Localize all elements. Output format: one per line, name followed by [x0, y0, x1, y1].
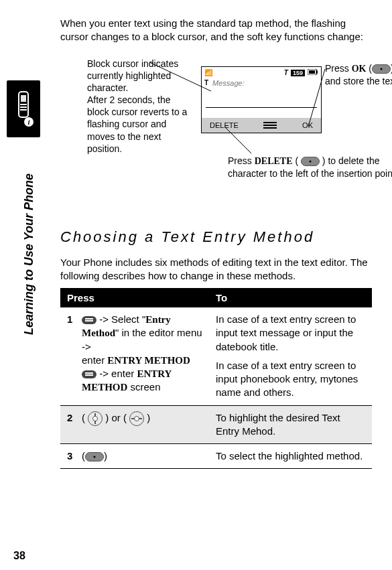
t: -> Select " — [96, 313, 145, 325]
instruction-table: Press To 1 -> Select "Entry Method" in t… — [60, 288, 372, 469]
press-cell: -> Select "Entry Method" in the editor m… — [75, 307, 209, 405]
th-to: To — [209, 288, 372, 307]
phone-screen: 📶 T 159 T Message: DELETE OK — [201, 66, 322, 133]
to-text-2: In case of a text entry screen to input … — [216, 359, 365, 400]
battery-icon — [308, 69, 318, 76]
t: or — [109, 412, 123, 423]
t: screen — [127, 381, 160, 393]
text-line — [206, 107, 317, 108]
to-cell: In case of a text entry screen to input … — [209, 307, 372, 405]
to-cell: To highlight the desired Text Entry Meho… — [209, 405, 372, 444]
step-number: 2 — [60, 405, 75, 444]
table-row: 1 -> Select "Entry Method" in the editor… — [60, 307, 372, 405]
press-cell: ( ) or ( ) — [75, 405, 209, 444]
softkey-icon — [301, 157, 320, 166]
svg-rect-8 — [316, 70, 318, 74]
menu-key-icon — [82, 370, 96, 378]
callout-delete-prefix: Press — [228, 155, 255, 166]
to-text-1: In case of a text entry screen to input … — [216, 313, 365, 354]
t: enter — [82, 354, 107, 366]
nav-up-down-icon — [88, 411, 103, 426]
softkey-right: OK — [302, 121, 313, 129]
message-label: Message: — [202, 79, 321, 87]
table-header-row: Press To — [60, 288, 372, 307]
text-entry-diagram: Block cursor indicates currently highlig… — [60, 54, 372, 228]
section-heading: Choosing a Text Entry Method — [60, 228, 372, 246]
menu-indicator-icon — [263, 122, 277, 129]
signal-icon: 📶 — [204, 69, 212, 76]
step-number: 3 — [60, 444, 75, 469]
softkey-left: DELETE — [210, 121, 239, 129]
nav-left-right-icon — [129, 411, 144, 426]
data-icon: T — [284, 69, 288, 76]
table-row: 2 ( ) or ( ) To highlight the desired Te… — [60, 405, 372, 444]
char-count-badge: 159 — [291, 70, 305, 76]
svg-rect-9 — [309, 70, 315, 74]
callout-ok-key: OK — [352, 64, 367, 74]
softkey-bar: DELETE OK — [202, 118, 321, 133]
t: ENTRY METHOD — [107, 355, 190, 366]
th-press: Press — [60, 288, 209, 307]
callout-block-cursor: Block cursor indicates currently highlig… — [87, 58, 194, 155]
step-number: 1 — [60, 307, 75, 405]
page-number: 38 — [13, 550, 25, 562]
callout-ok-prefix: Press — [325, 63, 352, 74]
section-intro: Your Phone includes six methods of editi… — [60, 256, 372, 283]
press-cell: () — [75, 444, 209, 469]
status-bar: 📶 T 159 — [202, 67, 321, 79]
table-row: 3 () To select the highlighted method. — [60, 444, 372, 469]
t-indicator: T — [204, 79, 208, 86]
menu-key-icon — [82, 316, 96, 324]
softkey-icon — [372, 64, 391, 74]
softkey-icon — [85, 452, 104, 461]
callout-ok: Press OK () to accept and store the text… — [325, 62, 392, 87]
t: -> enter — [96, 368, 137, 379]
to-cell: To select the highlighted method. — [209, 444, 372, 469]
callout-delete: Press DELETE ( ) to delete the character… — [228, 155, 392, 180]
intro-paragraph: When you enter text using the standard t… — [60, 17, 372, 44]
callout-delete-key: DELETE — [255, 156, 293, 166]
